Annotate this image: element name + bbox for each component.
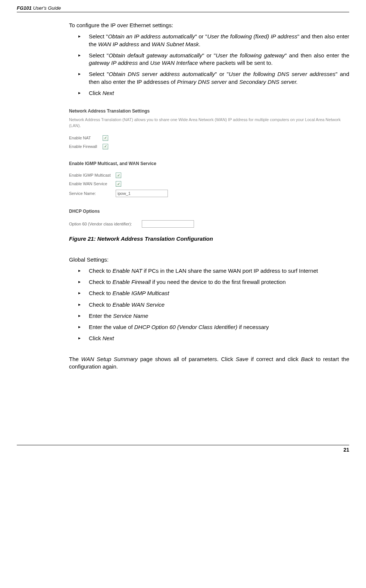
option60-row: Option 60 (Vendor class identifier): xyxy=(69,220,349,228)
text: " or " xyxy=(195,33,207,39)
text: page shows all of parameters. Click xyxy=(138,356,236,362)
intro-text-2: Global Settings: xyxy=(69,256,349,263)
list-item: Select "Obtain DNS server address automa… xyxy=(78,70,349,86)
list-item: Check to Enable IGMP Multicast xyxy=(78,290,349,297)
service-name-input[interactable] xyxy=(116,190,168,197)
text: . xyxy=(199,41,200,47)
text-italic: WAN Setup Summary xyxy=(81,356,138,362)
text-italic: User the following (fixed) IP address xyxy=(207,33,297,39)
text: and xyxy=(139,41,151,47)
enable-igmp-row: Enable IGMP Multicast ✓ xyxy=(69,173,349,178)
text: Click xyxy=(89,90,103,96)
page-header: FG101 User's Guide xyxy=(17,4,349,12)
text: " or " xyxy=(215,71,229,77)
enable-nat-checkbox[interactable]: ✓ xyxy=(103,135,108,141)
text: " or " xyxy=(202,52,216,59)
text-italic: WAN Subnet Mask xyxy=(151,41,198,47)
list-item: Check to Enable Firewall if you need the… xyxy=(78,278,349,286)
service-name-label: Service Name: xyxy=(69,191,116,196)
nat-section-title: Network Address Translation Settings xyxy=(69,108,349,114)
text-italic: Secondary DNS server. xyxy=(239,79,298,85)
enable-firewall-label: Enable Firewall xyxy=(69,144,103,149)
enable-nat-label: Enable NAT xyxy=(69,135,103,141)
text: Check to xyxy=(89,301,112,308)
text: and xyxy=(227,79,239,85)
list-item: Check to Enable NAT if PCs in the LAN sh… xyxy=(78,267,349,275)
option60-label: Option 60 (Vendor class identifier): xyxy=(69,221,142,227)
enable-nat-row: Enable NAT ✓ xyxy=(69,135,349,141)
enable-igmp-label: Enable IGMP Multicast xyxy=(69,173,116,178)
text: Select " xyxy=(89,33,108,39)
text-italic: Back xyxy=(301,356,313,362)
enable-wan-label: Enable WAN Service xyxy=(69,181,116,187)
text: if you need the device to do the first f… xyxy=(151,279,286,285)
intro-text-1: To configure the IP over Ethernet settin… xyxy=(69,22,349,29)
enable-wan-row: Enable WAN Service ✓ xyxy=(69,181,349,187)
text: where packets will be sent to. xyxy=(198,60,273,66)
text-italic: Service Name xyxy=(113,313,148,319)
text-italic: Obtain DNS server address automatically xyxy=(109,71,215,77)
text-italic: DHCP Option 60 (Vendor Class Identifier) xyxy=(134,324,238,330)
text-italic: Enable WAN Service xyxy=(112,301,165,308)
enable-igmp-checkbox[interactable]: ✓ xyxy=(116,173,121,178)
page-footer: 21 xyxy=(17,445,349,453)
text-italic: WAN IP address xyxy=(98,41,139,47)
list-item: Select "Obtain default gateway automatic… xyxy=(78,52,349,67)
text: Select " xyxy=(89,52,109,59)
text: Click xyxy=(89,335,103,341)
list-item: Click Next xyxy=(78,89,349,97)
text-italic: Next xyxy=(103,90,114,96)
text: Check to xyxy=(89,268,112,274)
text-italic: Enable IGMP Multicast xyxy=(112,290,169,296)
service-name-row: Service Name: xyxy=(69,190,349,197)
enable-firewall-checkbox[interactable]: ✓ xyxy=(103,144,108,149)
bullet-list-2: Check to Enable NAT if PCs in the LAN sh… xyxy=(69,267,349,342)
text: Check to xyxy=(89,290,112,296)
bullet-list-1: Select "Obtain an IP address automatical… xyxy=(69,33,349,97)
text: The xyxy=(69,356,81,362)
header-product: FG101 User's Guide xyxy=(17,5,61,11)
dhcp-section-title: DHCP Options xyxy=(69,208,349,214)
enable-wan-checkbox[interactable]: ✓ xyxy=(116,181,121,187)
text-italic: gateway IP address xyxy=(89,60,138,66)
list-item: Select "Obtain an IP address automatical… xyxy=(78,33,349,48)
text-italic: Enable NAT xyxy=(112,268,142,274)
text: if necessary xyxy=(237,324,269,330)
text-italic: Obtain default gateway automatically xyxy=(109,52,202,59)
summary-paragraph: The WAN Setup Summary page shows all of … xyxy=(69,355,349,371)
header-suffix: User's Guide xyxy=(33,5,61,11)
text: Select " xyxy=(89,71,109,77)
nat-description: Network Address Translation (NAT) allows… xyxy=(69,117,349,129)
list-item: Click Next xyxy=(78,335,349,342)
igmp-section-title: Enable IGMP Multicast, and WAN Service xyxy=(69,161,349,167)
text-italic: Save xyxy=(236,356,248,362)
figure-caption: Figure 21: Network Address Translation C… xyxy=(69,235,349,243)
text: and xyxy=(138,60,150,66)
list-item: Enter the value of DHCP Option 60 (Vendo… xyxy=(78,323,349,331)
option60-input[interactable] xyxy=(142,220,194,228)
text: Enter the value of xyxy=(89,324,134,330)
list-item: Enter the Service Name xyxy=(78,312,349,320)
page-number: 21 xyxy=(343,447,349,453)
product-name: FG101 xyxy=(17,5,32,11)
text: Check to xyxy=(89,279,112,285)
text-italic: Next xyxy=(103,335,114,341)
text-italic: Primary DNS server xyxy=(177,79,227,85)
text: Enter the xyxy=(89,313,113,319)
text: " and then also enter the xyxy=(285,52,349,59)
text: if correct and click xyxy=(248,356,301,362)
text: if PCs in the LAN share the same WAN por… xyxy=(142,268,318,274)
embedded-screenshot: Network Address Translation Settings Net… xyxy=(69,108,349,228)
text-italic: Use WAN Interface xyxy=(150,60,198,66)
text-italic: Enable Firewall xyxy=(112,279,151,285)
list-item: Check to Enable WAN Service xyxy=(78,301,349,309)
text-italic: Obtain an IP address automatically xyxy=(108,33,195,39)
text-italic: User the following DNS server addresses xyxy=(229,71,335,77)
text-italic: User the following gateway xyxy=(216,52,285,59)
enable-firewall-row: Enable Firewall ✓ xyxy=(69,144,349,149)
